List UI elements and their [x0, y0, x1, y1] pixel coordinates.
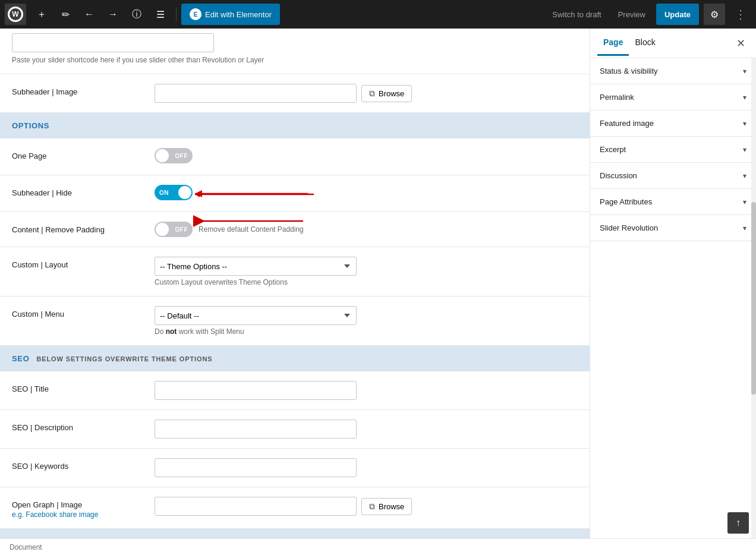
sidebar-close-button[interactable]: ✕ — [732, 35, 749, 52]
undo-button[interactable]: ← — [78, 4, 100, 25]
one-page-toggle[interactable]: OFF — [155, 148, 193, 163]
chevron-down-icon-5: ▾ — [743, 172, 746, 180]
accordion-permalink: Permalink ▾ — [590, 84, 756, 111]
content-padding-toggle-label: OFF — [175, 226, 188, 233]
one-page-control: OFF — [155, 148, 578, 165]
custom-menu-row: Custom | Menu -- Default -- Do not work … — [0, 297, 590, 346]
accordion-discussion-label: Discussion — [600, 171, 637, 180]
content-area[interactable]: Paste your slider shortcode here if you … — [0, 29, 590, 538]
elementor-icon: E — [190, 8, 201, 20]
subheader-hide-toggle[interactable]: ON — [155, 185, 193, 200]
edit-elementor-button[interactable]: E Edit with Elementor — [181, 4, 280, 25]
svg-marker-4 — [195, 191, 200, 197]
subheader-image-label: Subheader | Image — [12, 84, 143, 96]
tab-page[interactable]: Page — [597, 30, 629, 56]
bottom-section-header — [0, 529, 590, 538]
red-arrow-annotation — [195, 182, 326, 206]
open-graph-browse-label: Browse — [379, 502, 404, 511]
update-button[interactable]: Update — [656, 4, 699, 25]
content-padding-toggle[interactable]: OFF — [155, 222, 193, 237]
seo-title-input[interactable] — [155, 381, 357, 400]
open-graph-hint: e.g. Facebook share image — [12, 510, 143, 519]
tools-button[interactable]: ☰ — [150, 4, 171, 25]
seo-title-row: SEO | Title — [0, 371, 590, 410]
subheader-hide-label: Subheader | Hide — [12, 185, 143, 197]
seo-title-control — [155, 381, 578, 400]
accordion-featured-image-label: Featured image — [600, 119, 654, 128]
content-padding-label: Content | Remove Padding — [12, 222, 143, 234]
main-layout: Paste your slider shortcode here if you … — [0, 29, 756, 538]
browse-label: Browse — [379, 89, 404, 98]
open-graph-label-wrap: Open Graph | Image e.g. Facebook share i… — [12, 497, 143, 519]
accordion-page-attributes-label: Page Attributes — [600, 197, 652, 206]
status-bar: Document — [0, 538, 756, 555]
open-graph-input[interactable] — [155, 497, 357, 516]
toolbar: ＋ ✏ ← → ⓘ ☰ E Edit with Elementor Switch… — [0, 0, 756, 29]
accordion-slider-revolution-header[interactable]: Slider Revolution ▾ — [590, 215, 756, 241]
chevron-down-icon: ▾ — [743, 67, 746, 75]
subheader-image-browse-row: ⧉ Browse — [155, 84, 578, 103]
one-page-label: One Page — [12, 148, 143, 160]
right-sidebar: Page Block ✕ Status & visibility ▾ Perma… — [590, 29, 756, 538]
accordion-status-visibility: Status & visibility ▾ — [590, 58, 756, 84]
sidebar-accordion-list: Status & visibility ▾ Permalink ▾ Featur… — [590, 58, 756, 538]
slider-shortcode-section: Paste your slider shortcode here if you … — [0, 29, 590, 74]
chevron-down-icon-2: ▾ — [743, 93, 746, 102]
seo-subtitle: BELOW SETTINGS OVERWRITE THEME OPTIONS — [36, 355, 212, 362]
seo-title: SEO — [12, 354, 29, 363]
seo-keywords-label: SEO | Keywords — [12, 458, 143, 471]
open-graph-row: Open Graph | Image e.g. Facebook share i… — [0, 487, 590, 529]
accordion-page-attributes: Page Attributes ▾ — [590, 189, 756, 215]
content-padding-hint: Remove default Content Padding — [199, 225, 304, 234]
add-button[interactable]: ＋ — [31, 4, 52, 25]
seo-header: SEO BELOW SETTINGS OVERWRITE THEME OPTIO… — [0, 346, 590, 371]
chevron-down-icon-4: ▾ — [743, 146, 746, 154]
elementor-label: Edit with Elementor — [205, 10, 272, 19]
content-padding-row: Content | Remove Padding OFF Remove defa… — [0, 212, 590, 247]
settings-button[interactable]: ⚙ — [704, 4, 725, 25]
subheader-image-control: ⧉ Browse — [155, 84, 578, 103]
accordion-excerpt: Excerpt ▾ — [590, 137, 756, 163]
sidebar-tabs: Page Block ✕ — [590, 29, 756, 58]
options-header: OPTIONS — [0, 113, 590, 138]
accordion-featured-image-header[interactable]: Featured image ▾ — [590, 111, 756, 136]
tab-block[interactable]: Block — [629, 30, 661, 56]
edit-button[interactable]: ✏ — [55, 4, 76, 25]
accordion-permalink-header[interactable]: Permalink ▾ — [590, 84, 756, 110]
one-page-toggle-label: OFF — [175, 153, 188, 159]
subheader-image-browse-button[interactable]: ⧉ Browse — [361, 85, 412, 102]
slider-shortcode-hint: Paste your slider shortcode here if you … — [12, 56, 578, 64]
seo-title-label: SEO | Title — [12, 381, 143, 393]
subheader-image-input[interactable] — [155, 84, 357, 103]
subheader-hide-toggle-label: ON — [159, 190, 169, 196]
subheader-hide-toggle-knob — [178, 186, 191, 199]
info-button[interactable]: ⓘ — [126, 4, 147, 25]
custom-menu-label: Custom | Menu — [12, 306, 143, 319]
scroll-to-top-button[interactable]: ↑ — [727, 512, 749, 534]
seo-description-input[interactable] — [155, 420, 357, 439]
toolbar-divider — [176, 7, 177, 21]
sidebar-scrollbar-track — [751, 58, 756, 538]
accordion-status-visibility-header[interactable]: Status & visibility ▾ — [590, 58, 756, 84]
slider-shortcode-input[interactable] — [12, 33, 214, 52]
content-padding-toggle-knob — [156, 223, 169, 236]
accordion-excerpt-label: Excerpt — [600, 145, 626, 154]
accordion-excerpt-header[interactable]: Excerpt ▾ — [590, 137, 756, 162]
seo-keywords-input[interactable] — [155, 458, 357, 477]
redo-button[interactable]: → — [102, 4, 124, 25]
red-arrow-graphic — [195, 187, 338, 201]
accordion-page-attributes-header[interactable]: Page Attributes ▾ — [590, 189, 756, 215]
subheader-hide-row: Subheader | Hide ON — [0, 175, 590, 212]
custom-menu-control: -- Default -- Do not work with Split Men… — [155, 306, 578, 336]
sidebar-scrollbar-thumb[interactable] — [751, 202, 756, 394]
custom-layout-hint: Custom Layout overwrites Theme Options — [155, 278, 578, 286]
accordion-discussion-header[interactable]: Discussion ▾ — [590, 163, 756, 188]
wp-logo[interactable] — [5, 4, 26, 25]
svg-marker-2 — [195, 190, 202, 197]
more-options-button[interactable]: ⋮ — [730, 4, 751, 25]
open-graph-browse-button[interactable]: ⧉ Browse — [361, 498, 412, 515]
preview-button[interactable]: Preview — [612, 7, 651, 23]
switch-to-draft-button[interactable]: Switch to draft — [546, 7, 607, 23]
custom-menu-select[interactable]: -- Default -- — [155, 306, 357, 325]
custom-layout-select[interactable]: -- Theme Options -- Full Width Boxed Lef… — [155, 257, 357, 276]
